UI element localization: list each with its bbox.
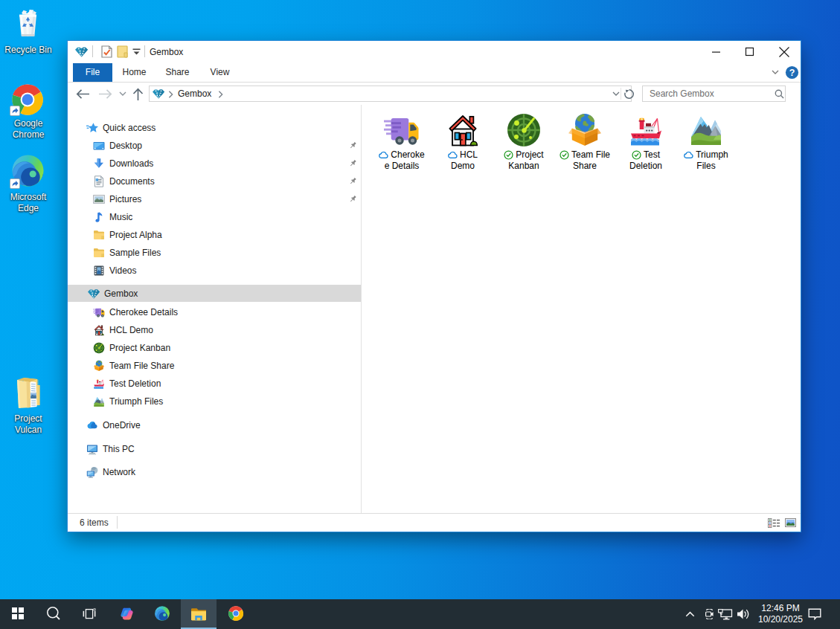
svg-text:?: ? — [789, 68, 795, 78]
